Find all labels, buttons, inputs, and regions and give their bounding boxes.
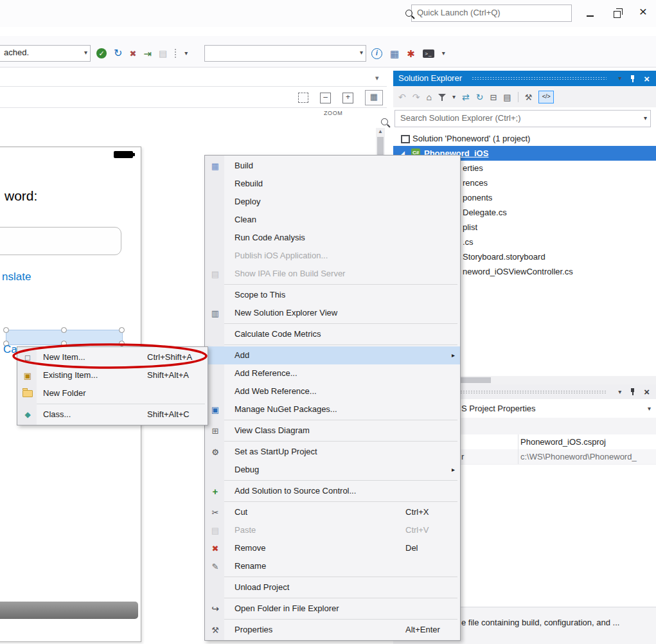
menu-item-label: Rebuild <box>235 175 263 193</box>
phone-number-field[interactable] <box>0 227 121 255</box>
menu-item-publish-ios-application[interactable]: Publish iOS Application... <box>205 247 460 265</box>
scroll-up-arrow-icon[interactable]: ▲ <box>378 129 383 134</box>
solution-search-box[interactable]: Search Solution Explorer (Ctrl+;) ▾ <box>394 110 651 127</box>
menu-item-paste[interactable]: ▤PasteCtrl+V <box>205 521 460 539</box>
tree-item-fragment[interactable]: Delegate.cs <box>463 205 507 220</box>
menu-item-unload-project[interactable]: Unload Project <box>205 578 460 596</box>
menu-item-set-as-startup-project[interactable]: ⚙Set as StartUp Project <box>205 443 460 461</box>
menu-item-add-reference[interactable]: Add Reference... <box>205 364 460 382</box>
grip-icon[interactable] <box>174 48 177 58</box>
pin-icon[interactable] <box>630 75 635 83</box>
menu-item-rename[interactable]: ✎Rename <box>205 557 460 575</box>
info-icon[interactable]: i <box>371 48 382 59</box>
menu-item-clean[interactable]: Clean <box>205 211 460 229</box>
menu-item-run-code-analysis[interactable]: Run Code Analysis <box>205 229 460 247</box>
search-icon[interactable] <box>381 118 388 125</box>
menu-item-existing-item[interactable]: ▣Existing Item...Shift+Alt+A <box>17 366 208 384</box>
selection-handle[interactable] <box>3 327 9 333</box>
tree-item-fragment[interactable]: rences <box>463 175 488 190</box>
editor-vertical-scrollbar[interactable]: ▲ <box>376 128 385 157</box>
menu-item-build[interactable]: ▦Build <box>205 157 460 175</box>
menu-item-add[interactable]: Add▸ <box>205 346 460 364</box>
constraints-icon[interactable]: ▦ <box>365 90 383 105</box>
tree-item-fragment[interactable]: erties <box>463 161 483 175</box>
debug-target-combo[interactable]: ached. ▾ <box>0 45 91 62</box>
tree-item-fragment[interactable]: plist <box>463 220 477 235</box>
minimize-button[interactable] <box>580 5 601 21</box>
deploy-icon[interactable]: ▤ <box>159 49 167 58</box>
view-code-icon[interactable]: </> <box>538 91 554 103</box>
scrollbar-thumb[interactable] <box>377 137 384 155</box>
menu-item-scope-to-this[interactable]: Scope to This <box>205 286 460 304</box>
sync-icon[interactable]: ⇄ <box>462 93 470 102</box>
console-icon[interactable]: >_ <box>423 49 434 58</box>
document-dropdown-chevron-icon[interactable]: ▾ <box>375 74 379 82</box>
quick-launch-box[interactable]: Quick Launch (Ctrl+Q) <box>411 4 572 22</box>
selection-handle[interactable] <box>119 341 125 346</box>
chevron-down-icon[interactable]: ▾ <box>648 400 651 417</box>
toolbar-combo[interactable]: ▾ <box>204 45 366 62</box>
menu-item-debug[interactable]: Debug▸ <box>205 461 460 479</box>
menu-item-new-item[interactable]: □New Item...Ctrl+Shift+A <box>17 348 208 366</box>
menu-item-open-folder-in-file-explorer[interactable]: ↪Open Folder in File Explorer <box>205 600 460 618</box>
tree-item-fragment[interactable]: Storyboard.storyboard <box>463 249 545 264</box>
tree-item-solution[interactable]: Solution 'Phoneword' (1 project) <box>393 131 656 146</box>
solution-explorer-header[interactable]: Solution Explorer ▾× <box>393 71 656 86</box>
start-check-icon[interactable] <box>96 48 107 58</box>
fit-selection-icon[interactable] <box>298 93 308 103</box>
collapse-all-icon[interactable]: ⊟ <box>490 93 497 102</box>
chevron-down-icon[interactable]: ▾ <box>442 50 445 57</box>
tree-item-fragment[interactable]: .cs <box>463 235 474 249</box>
property-value[interactable]: Phoneword_iOS.csproj <box>520 434 606 449</box>
grid-icon[interactable]: ▦ <box>390 49 399 58</box>
menu-item-new-solution-explorer-view[interactable]: ▥New Solution Explorer View <box>205 304 460 322</box>
menu-item-show-ipa-file-on-build-server[interactable]: ▤Show IPA File on Build Server <box>205 265 460 283</box>
menu-item-class[interactable]: ◆Class...Shift+Alt+C <box>17 406 208 424</box>
property-value[interactable]: c:\WS\Phoneword\Phoneword_ <box>520 449 637 464</box>
menu-item-rebuild[interactable]: Rebuild <box>205 175 460 193</box>
menu-item-cut[interactable]: ✂CutCtrl+X <box>205 503 460 521</box>
wrench-icon[interactable]: ⚒ <box>525 93 533 102</box>
filter-icon[interactable] <box>438 93 446 102</box>
menu-item-deploy[interactable]: Deploy <box>205 193 460 211</box>
menu-item-add-solution-to-source-control[interactable]: +Add Solution to Source Control... <box>205 482 460 500</box>
restart-icon[interactable]: ↻ <box>114 48 122 58</box>
call-button-label[interactable]: Ca <box>3 343 17 356</box>
refresh-icon[interactable]: ↻ <box>476 93 484 102</box>
chevron-down-icon[interactable]: ▾ <box>184 50 188 57</box>
chevron-down-icon[interactable]: ▾ <box>452 94 456 100</box>
tree-item-fragment[interactable]: ponents <box>463 190 492 205</box>
menu-item-new-folder[interactable]: New Folder <box>17 384 208 402</box>
flower-icon[interactable]: ✱ <box>407 49 415 58</box>
phoneword-label[interactable]: word: <box>4 188 37 204</box>
search-icon[interactable] <box>405 10 412 17</box>
menu-item-properties[interactable]: ⚒PropertiesAlt+Enter <box>205 621 460 639</box>
close-icon[interactable]: × <box>644 74 650 84</box>
menu-item-manage-nuget-packages[interactable]: ▣Manage NuGet Packages... <box>205 400 460 418</box>
close-button[interactable]: × <box>632 3 654 21</box>
menu-item-view-class-diagram[interactable]: ⊞View Class Diagram <box>205 422 460 440</box>
tree-item-fragment[interactable]: neword_iOSViewController.cs <box>463 264 573 279</box>
menu-item-calculate-code-metrics[interactable]: Calculate Code Metrics <box>205 325 460 343</box>
translate-button-label[interactable]: nslate <box>2 271 31 283</box>
zoom-in-icon[interactable]: + <box>342 93 353 103</box>
zoom-out-icon[interactable]: – <box>320 93 331 103</box>
stop-icon[interactable]: ✖ <box>129 49 136 58</box>
preview-icon[interactable]: ▤ <box>503 93 511 102</box>
selection-handle[interactable] <box>61 341 67 346</box>
menu-item-add-web-reference[interactable]: Add Web Reference... <box>205 382 460 400</box>
chevron-down-icon[interactable]: ▾ <box>644 111 647 126</box>
debug-target-combo-value: ached. <box>4 46 29 60</box>
close-icon[interactable]: × <box>644 387 650 397</box>
chevron-down-icon[interactable]: ▾ <box>618 389 621 395</box>
forward-icon[interactable]: ↷ <box>412 93 420 102</box>
back-icon[interactable]: ↶ <box>398 93 406 102</box>
menu-item-remove[interactable]: ✖RemoveDel <box>205 539 460 557</box>
selection-handle[interactable] <box>119 327 125 333</box>
restore-button[interactable] <box>607 5 628 21</box>
attach-icon[interactable]: ⇥ <box>143 49 152 58</box>
selection-handle[interactable] <box>61 327 67 333</box>
chevron-down-icon[interactable]: ▾ <box>618 75 621 82</box>
home-icon[interactable]: ⌂ <box>426 93 431 102</box>
pin-icon[interactable] <box>630 388 635 396</box>
